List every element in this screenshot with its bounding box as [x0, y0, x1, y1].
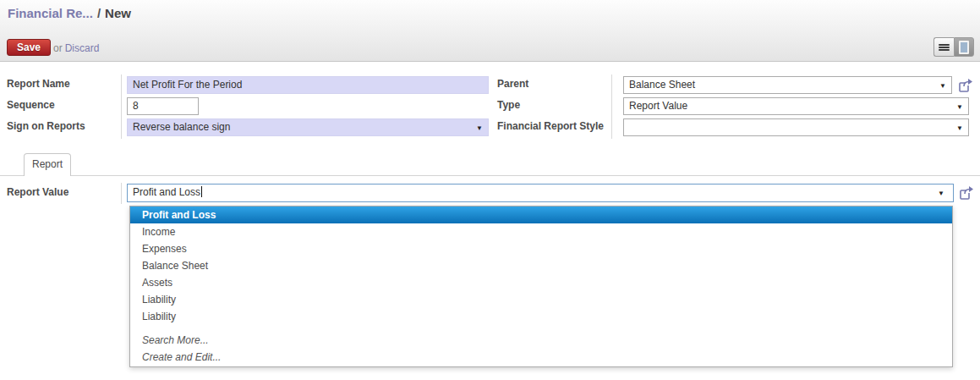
view-switcher: [933, 37, 974, 57]
dropdown-item-expenses[interactable]: Expenses: [130, 240, 952, 257]
chevron-down-icon: ▼: [956, 102, 963, 110]
list-icon: [939, 43, 950, 52]
dropdown-gap: [130, 325, 952, 332]
financial-report-style-label: Financial Report Style: [497, 120, 604, 132]
type-label: Type: [497, 99, 520, 111]
parent-combo-input[interactable]: Balance Sheet ▼: [623, 76, 952, 94]
dropdown-item-assets[interactable]: Assets: [130, 274, 952, 291]
or-label: or: [53, 42, 63, 54]
text-cursor: [201, 186, 202, 197]
breadcrumb-separator: /: [93, 6, 105, 20]
sequence-value: 8: [128, 98, 139, 114]
sequence-input[interactable]: 8: [127, 97, 199, 115]
right-column-separator: [611, 74, 612, 139]
breadcrumb-current: New: [105, 6, 131, 20]
chevron-down-icon: ▼: [476, 124, 483, 131]
dropdown-item-liability-2[interactable]: Liability: [130, 308, 952, 325]
breadcrumb-parent-link[interactable]: Financial Re...: [8, 6, 93, 20]
discard-link[interactable]: Discard: [65, 42, 100, 54]
save-button[interactable]: Save: [7, 39, 51, 56]
dropdown-item-balance-sheet[interactable]: Balance Sheet: [130, 257, 952, 274]
tab-report[interactable]: Report: [24, 153, 71, 176]
sign-on-reports-label: Sign on Reports: [7, 120, 85, 132]
report-value-label: Report Value: [7, 186, 68, 198]
sign-on-reports-value: Reverse balance sign: [128, 119, 230, 135]
dropdown-item-profit-and-loss[interactable]: Profit and Loss: [130, 207, 952, 223]
sequence-label: Sequence: [7, 99, 55, 111]
tab-bar-underline: [0, 175, 980, 176]
form-view-button[interactable]: [954, 37, 974, 57]
chevron-down-icon: ▼: [938, 190, 944, 197]
parent-value: Balance Sheet: [624, 77, 695, 93]
report-value-separator: [121, 183, 122, 204]
report-name-value: Net Profit For the Period: [128, 77, 242, 93]
chevron-down-icon: ▼: [939, 81, 946, 89]
chevron-down-icon: ▼: [956, 124, 963, 131]
report-value-text: Profit and Loss: [128, 184, 200, 201]
report-name-input[interactable]: Net Profit For the Period: [127, 76, 489, 94]
type-value: Report Value: [624, 98, 687, 114]
discard-area: orDiscard: [53, 42, 99, 54]
report-value-input[interactable]: Profit and Loss ▼: [127, 184, 954, 202]
parent-label: Parent: [497, 78, 528, 90]
dropdown-item-income[interactable]: Income: [130, 223, 952, 240]
left-column-separator: [121, 74, 122, 139]
dropdown-search-more[interactable]: Search More...: [130, 332, 952, 349]
financial-report-form-page: Financial Re.../New Save orDiscard Repor…: [0, 0, 980, 380]
breadcrumb: Financial Re.../New: [8, 6, 131, 20]
type-select[interactable]: Report Value ▼: [623, 97, 969, 115]
header-bar: Financial Re.../New Save orDiscard: [0, 0, 980, 62]
sign-on-reports-select[interactable]: Reverse balance sign ▼: [127, 118, 489, 136]
autocomplete-dropdown: Profit and Loss Income Expenses Balance …: [129, 206, 953, 367]
external-link-icon[interactable]: [957, 77, 974, 94]
form-icon: [959, 41, 969, 54]
financial-report-style-select[interactable]: ▼: [623, 118, 969, 136]
dropdown-create-and-edit[interactable]: Create and Edit...: [130, 349, 952, 366]
list-view-button[interactable]: [933, 37, 954, 57]
report-name-label: Report Name: [7, 78, 70, 90]
dropdown-item-liability-1[interactable]: Liability: [130, 291, 952, 308]
external-link-icon[interactable]: [958, 184, 975, 201]
